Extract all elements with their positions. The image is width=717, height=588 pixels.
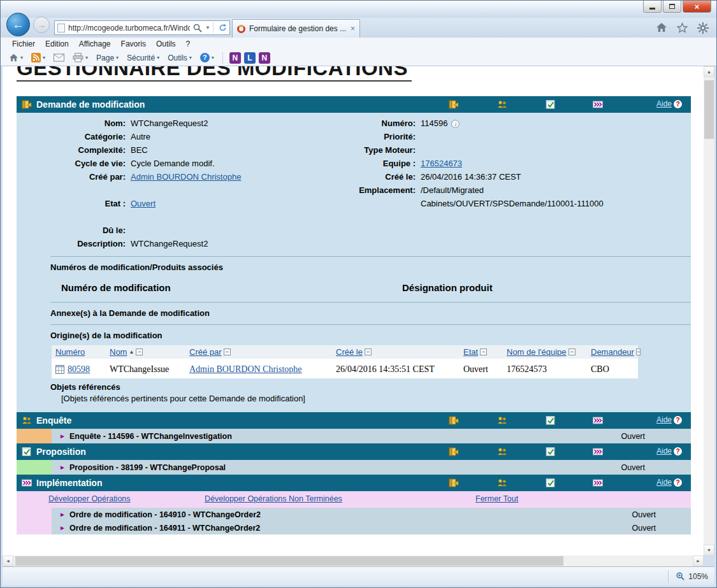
expand-arrow-icon[interactable]: ► (59, 433, 66, 440)
goto-demande-icon[interactable] (449, 478, 459, 488)
sort-box-icon[interactable]: − (480, 348, 487, 355)
rss-button[interactable]: ▾ (28, 52, 48, 64)
vertical-scroll-thumb[interactable] (704, 80, 714, 139)
developper-operations-non-terminees-link[interactable]: Développer Opérations Non Terminées (205, 494, 342, 503)
home-icon[interactable] (656, 22, 667, 32)
browser-tab[interactable]: Formulaire de gestion des ... × (232, 19, 360, 38)
zoom-icon[interactable] (676, 571, 685, 581)
settings-gear-icon[interactable] (697, 22, 709, 34)
refresh-icon[interactable] (219, 24, 227, 32)
scroll-up-button[interactable]: ▲ (704, 66, 714, 77)
expand-arrow-icon[interactable]: ► (59, 524, 66, 531)
col-numero-link[interactable]: Numéro (55, 347, 85, 357)
print-button[interactable]: ▾ (69, 52, 91, 64)
security-menu-button[interactable]: Sécurité▾ (124, 52, 163, 64)
scroll-right-button[interactable]: ► (693, 556, 704, 566)
url-text[interactable]: http://mcogeode.turbomeca.fr/Windc (68, 24, 190, 32)
expand-arrow-icon[interactable]: ► (59, 511, 66, 518)
aide-link[interactable]: Aide (656, 447, 672, 455)
col-nom-link[interactable]: Nom (110, 347, 127, 357)
tools-menu-button[interactable]: Outils▾ (164, 52, 195, 64)
address-dropdown-icon[interactable]: ▼ (205, 25, 210, 31)
etat-link[interactable]: Ouvert (131, 199, 156, 208)
back-button[interactable]: ← (6, 13, 30, 36)
goto-proposition-icon[interactable] (546, 478, 556, 488)
aide-question-icon[interactable]: ? (674, 100, 682, 108)
equipe-link[interactable]: 176524673 (421, 159, 462, 168)
favorites-star-icon[interactable] (677, 22, 688, 33)
sort-box-icon[interactable]: − (365, 348, 372, 355)
tab-close-icon[interactable]: × (351, 24, 355, 33)
sort-box-icon[interactable]: − (636, 348, 641, 355)
menu-outils[interactable]: Outils (151, 39, 181, 49)
horizontal-scroll-thumb[interactable] (15, 556, 563, 566)
scroll-left-button[interactable]: ◄ (3, 556, 13, 566)
back-arrow-icon: ← (12, 18, 24, 32)
menu-affichage[interactable]: Affichage (74, 39, 116, 49)
horizontal-scrollbar[interactable]: ◄ ► (3, 556, 704, 566)
goto-implementation-icon[interactable] (593, 447, 603, 457)
aide-question-icon[interactable]: ? (674, 447, 682, 455)
goto-implementation-icon[interactable] (593, 99, 603, 110)
menu-aide[interactable]: ? (181, 39, 196, 49)
section-header-implementation: Implémentation Aide? (17, 475, 691, 491)
aide-question-icon[interactable]: ? (674, 416, 682, 424)
issue-numero-link[interactable]: 80598 (68, 364, 90, 375)
goto-demande-icon[interactable] (449, 99, 459, 110)
assoc-col-designation: Désignation produit (402, 282, 493, 293)
aide-link[interactable]: Aide (656, 478, 672, 487)
maximize-button[interactable] (663, 1, 681, 13)
cree-par-link[interactable]: Admin BOURDON Christophe (131, 172, 241, 182)
scroll-down-button[interactable]: ▼ (704, 545, 714, 556)
aide-question-icon[interactable]: ? (674, 478, 682, 487)
zoom-level[interactable]: 105% (688, 572, 708, 581)
search-icon[interactable] (192, 23, 203, 33)
goto-enquete-icon[interactable] (497, 99, 507, 110)
sort-box-icon[interactable]: − (224, 348, 231, 355)
info-icon[interactable]: i (451, 120, 460, 128)
goto-proposition-icon[interactable] (546, 99, 556, 110)
goto-implementation-icon[interactable] (593, 415, 603, 426)
col-demandeur-link[interactable]: Demandeur (591, 347, 634, 357)
print-caret-icon[interactable]: ▾ (85, 55, 88, 61)
emplacement-line2: Cabinets/OUVERT/SPSDemande/110001-111000 (418, 197, 673, 211)
vertical-scrollbar[interactable]: ▲ ▼ (704, 66, 714, 556)
addon-n2-button[interactable]: N (259, 52, 270, 64)
col-equipe-link[interactable]: Nom de l'équipe (507, 347, 567, 357)
menu-fichier[interactable]: Fichier (7, 39, 40, 49)
issue-cree-par-link[interactable]: Admin BOURDON Christophe (189, 364, 302, 374)
goto-enquete-icon[interactable] (497, 478, 507, 488)
sort-box-icon[interactable]: − (569, 348, 576, 355)
page-menu-button[interactable]: Page▾ (93, 52, 122, 64)
addon-n1-button[interactable]: N (229, 52, 241, 64)
complexite-value: BEC (128, 144, 331, 157)
col-cree-le-link[interactable]: Créé le (336, 347, 363, 357)
rss-caret-icon[interactable]: ▾ (43, 55, 45, 61)
goto-demande-icon[interactable] (449, 447, 459, 457)
home-caret-icon[interactable]: ▾ (20, 55, 23, 61)
address-bar[interactable]: http://mcogeode.turbomeca.fr/Windc ▼ (54, 20, 230, 35)
goto-implementation-icon[interactable] (593, 478, 603, 488)
developper-operations-link[interactable]: Développer Opérations (48, 494, 131, 503)
fermer-tout-link[interactable]: Fermer Tout (475, 494, 518, 503)
help-button[interactable]: ?▾ (197, 52, 217, 64)
aide-link[interactable]: Aide (656, 99, 672, 108)
menu-edition[interactable]: Edition (40, 39, 74, 49)
close-button[interactable]: × (683, 1, 711, 13)
goto-proposition-icon[interactable] (546, 415, 556, 426)
menu-favoris[interactable]: Favoris (116, 39, 151, 49)
goto-proposition-icon[interactable] (546, 447, 556, 457)
goto-enquete-icon[interactable] (497, 415, 507, 426)
expand-arrow-icon[interactable]: ► (59, 464, 66, 471)
goto-demande-icon[interactable] (449, 415, 459, 426)
mail-button[interactable] (50, 52, 68, 63)
goto-enquete-icon[interactable] (497, 447, 507, 457)
home-command-button[interactable]: ▾ (6, 52, 26, 63)
aide-link[interactable]: Aide (656, 415, 672, 424)
forward-button[interactable]: → (33, 17, 50, 33)
sort-box-icon[interactable]: − (136, 348, 143, 355)
col-cree-par-link[interactable]: Créé par (189, 347, 222, 357)
col-etat-link[interactable]: Etat (463, 347, 478, 357)
addon-l-button[interactable]: L (244, 52, 256, 64)
minimize-button[interactable] (643, 1, 662, 13)
